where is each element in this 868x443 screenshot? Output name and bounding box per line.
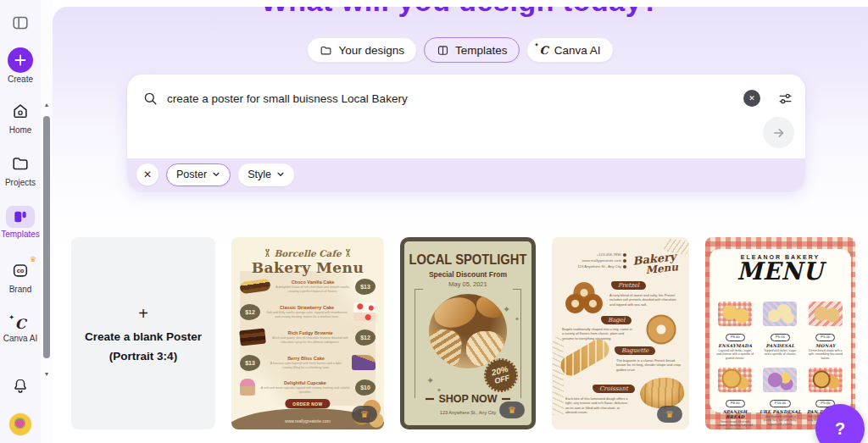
filters-icon[interactable] <box>777 91 793 107</box>
item-name: Choco Vanilla Cake <box>275 280 350 285</box>
pro-badge: ♛ <box>499 401 525 418</box>
item-desc: Topped with butter, sugar, and a sprinkl… <box>759 349 801 357</box>
arrow-right-icon <box>771 125 787 141</box>
wheat-decoration <box>553 337 564 415</box>
section-label: Croissant <box>593 385 635 393</box>
dash-ornament <box>426 398 434 400</box>
tab-your-designs[interactable]: Your designs <box>307 37 417 63</box>
poster-title: MENU <box>709 257 851 285</box>
folder-icon <box>320 44 332 57</box>
crown-icon: ♛ <box>665 409 674 420</box>
menu-item: P5.00 MONAY Dense bread shape with a spl… <box>804 302 847 360</box>
ensaymada-image <box>718 302 752 326</box>
sidebar-item-label: Brand <box>0 285 41 294</box>
item-name: Delightful Cupcake <box>260 380 350 385</box>
scroll-down-icon[interactable]: ▼ <box>41 371 53 377</box>
item-price: $13 <box>240 355 260 371</box>
item-desc: Dense bread shape with a split, resembli… <box>804 349 847 361</box>
close-filters-button[interactable]: ✕ <box>136 163 159 186</box>
poster-title: Bakery Menu <box>231 259 384 276</box>
scrollbar-thumb[interactable] <box>43 116 50 358</box>
canva-home-screen: Create Home Projects Templates co ♛ Bran… <box>0 0 868 443</box>
item-name: UBE PANDESAL <box>759 409 801 414</box>
search-actions: ✕ <box>743 90 793 107</box>
section-desc: Each bite of this laminated dough offers… <box>565 396 632 415</box>
eclair-image <box>239 279 271 295</box>
poster-title: Bakery Menu <box>626 252 682 275</box>
svg-text:co: co <box>17 267 25 274</box>
berry-pie-image <box>352 355 376 370</box>
bell-icon <box>11 376 30 395</box>
notifications-button[interactable] <box>0 376 41 398</box>
section-desc: The baguette is a classic French bread k… <box>616 358 682 372</box>
chevron-down-icon <box>212 170 220 179</box>
sparkle-icon: ✦ <box>503 304 510 315</box>
blank-card-line2: (Portrait 3:4) <box>109 350 177 363</box>
tab-templates[interactable]: Templates <box>424 37 520 63</box>
sidebar-item-label: Templates <box>0 230 41 239</box>
pretzel-image <box>562 281 606 315</box>
blank-card-line1: Create a blank Poster <box>85 330 202 343</box>
sidebar-item-canva-ai[interactable]: ✦C Canva AI <box>0 317 41 343</box>
sparkle-icon: ✦ <box>437 387 442 394</box>
template-eleanor-bakery-menu[interactable]: ELEANOR BAKERY MENU P8.00 ENSAYMADA Laye… <box>705 237 855 429</box>
poster-subtitle: Special Discount From <box>404 270 531 279</box>
item-desc: A rich and gooey slice of chocolate brow… <box>270 336 350 344</box>
sidebar-item-brand[interactable]: co ♛ Brand <box>0 261 41 294</box>
sidebar-item-projects[interactable]: Projects <box>0 154 41 187</box>
home-tabs: Your designs Templates ✦C Canva AI <box>53 37 868 63</box>
section-label: Pretzel <box>611 281 646 290</box>
sidebar-toggle-button[interactable] <box>0 14 41 36</box>
item-price: P5.00 <box>815 334 835 341</box>
cta-label: SHOP NOW <box>438 392 497 405</box>
menu-row: $12 Classic Strawberry CakeSoft and fluf… <box>240 300 376 324</box>
template-bakery-menu[interactable]: +123-456-7890 www.reallygreatsite.com 12… <box>552 237 689 429</box>
item-name: PANDESAL <box>759 343 801 348</box>
wheat-ornament <box>264 249 271 257</box>
pro-badge: ♛ <box>657 406 682 423</box>
filter-chip-style[interactable]: Style <box>238 163 294 186</box>
search-row <box>142 86 729 110</box>
wheat-ornament <box>344 249 352 257</box>
avatar <box>9 413 31 435</box>
sidebar-item-create[interactable]: Create <box>0 47 41 84</box>
pro-badge: ♛ <box>352 406 377 423</box>
item-price: $13 <box>355 279 376 295</box>
sidebar-item-templates[interactable]: Templates <box>0 206 41 239</box>
item-desc: A soft and moist cupcake topped with cre… <box>260 386 350 394</box>
clear-search-button[interactable]: ✕ <box>743 90 760 107</box>
brownie-image <box>239 328 266 346</box>
canva-ai-icon: ✦C <box>15 318 26 331</box>
submit-search-button[interactable] <box>763 117 794 148</box>
item-price: P8.00 <box>726 400 745 407</box>
scroll-up-icon[interactable]: ▲ <box>41 102 53 108</box>
item-name: SPANISH BREAD <box>714 409 756 419</box>
template-local-spotlight[interactable]: LOCAL SPOTLIGHT Special Discount From Ma… <box>400 237 536 429</box>
page-scrollbar[interactable]: ▲ ▼ <box>41 0 53 443</box>
create-blank-poster-card[interactable]: + Create a blank Poster (Portrait 3:4) <box>71 237 215 429</box>
menu-row: $13 Berry Bliss CakeA luscious cake laye… <box>240 351 376 374</box>
menu-row: Choco Vanilla CakeA delightful fusion of… <box>240 274 376 298</box>
crown-icon: ♛ <box>508 405 516 416</box>
contact-block: +123-456-7890 www.reallygreatsite.com 12… <box>559 252 626 270</box>
contact-website: www.reallygreatsite.com <box>582 258 621 263</box>
panel-toggle-icon <box>11 14 30 32</box>
account-avatar[interactable] <box>0 413 41 435</box>
create-button[interactable] <box>8 47 33 73</box>
item-name: Berry Bliss Cake <box>265 356 347 361</box>
section-label: Baguette <box>615 346 655 355</box>
template-borcelle-bakery-menu[interactable]: Borcelle Cafe Bakery Menu Choco Vanilla … <box>231 237 384 429</box>
filter-chip-poster[interactable]: Poster <box>166 163 231 186</box>
menu-item: P5.00 PANDESAL Topped with butter, sugar… <box>759 302 801 360</box>
crown-icon: ♛ <box>360 409 369 420</box>
sidebar-item-home[interactable]: Home <box>0 102 41 135</box>
monay-image <box>809 302 843 326</box>
chip-label: Style <box>248 169 271 180</box>
tab-canva-ai[interactable]: ✦C Canva AI <box>526 37 613 63</box>
sidebar-item-label: Home <box>0 125 41 135</box>
tab-label: Templates <box>455 44 508 57</box>
filter-bar: ✕ Poster Style <box>127 158 805 191</box>
search-input[interactable] <box>167 92 729 105</box>
clear-icon: ✕ <box>748 94 755 102</box>
cupcake-image <box>240 379 255 396</box>
